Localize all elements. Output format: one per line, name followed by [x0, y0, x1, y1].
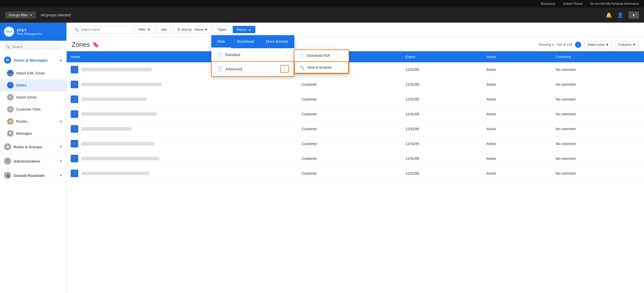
administration-header[interactable]: 🔧 Administration ▼: [0, 154, 66, 168]
administration-label: Administration: [14, 159, 40, 163]
table-row[interactable]: 📍 Customer12/31/85ActiveNo comment: [67, 92, 644, 107]
sub-dropdown-view-in-browser[interactable]: 🔍 View in browser: [294, 61, 349, 73]
zone-pin-icon: 📍: [71, 155, 78, 162]
geotab-roadside-header[interactable]: 🔌 Geotab Roadside ▼: [0, 168, 66, 182]
columns-chevron-icon: ▼: [632, 43, 636, 46]
comment-cell: No comment: [552, 77, 644, 92]
rules-groups-label: Rules & Groups: [14, 145, 42, 149]
active-cell: Active: [482, 92, 551, 107]
report-tab-web[interactable]: Web: [211, 35, 231, 48]
rules-groups-icon: ⚙: [4, 143, 11, 150]
sort-button[interactable]: ☰ Sort by: Name ▼: [174, 26, 211, 33]
view-in-browser-icon: 🔍: [300, 65, 304, 69]
table-row[interactable]: 📍 Customer12/31/85ActiveNo comment: [67, 77, 644, 92]
user-profile-icon[interactable]: 👤: [617, 12, 623, 18]
table-container: Name Zone Type Expiry Active Comment 📍 C…: [67, 51, 644, 293]
active-cell: Active: [482, 77, 551, 92]
report-section-advanced[interactable]: 📄 Advanced ⋮ 📄 Download PDF 🔍 View in br…: [211, 61, 294, 77]
zone-type-cell: Customer: [298, 151, 401, 166]
sidebar-item-customer-visits[interactable]: 👁 Customer Visits: [0, 103, 66, 115]
filter-button[interactable]: Filter ▼: [135, 26, 154, 33]
table-row[interactable]: 📍 Customer12/31/85ActiveNo comment: [67, 122, 644, 136]
report-tab-download[interactable]: Download: [231, 35, 260, 48]
comment-cell: No comment: [552, 151, 644, 166]
expiry-cell: 12/31/85: [401, 166, 482, 181]
table-row[interactable]: 📍 Customer12/31/85ActiveNo comment: [67, 136, 644, 151]
zone-pin-icon: 📍: [71, 140, 78, 148]
col-comment[interactable]: Comment: [552, 51, 644, 62]
table-row[interactable]: 📍 Customer12/31/85ActiveNo comment: [67, 151, 644, 166]
report-label: Report: [237, 28, 247, 31]
zone-pin-icon: 📍: [71, 95, 78, 103]
advanced-doc-icon: 📄: [217, 66, 222, 72]
sub-dropdown-download-pdf[interactable]: 📄 Download PDF: [294, 50, 349, 61]
report-tab-more-formats[interactable]: More formats: [260, 35, 294, 48]
active-cell: Active: [482, 151, 551, 166]
zones-messages-label: Zones & Messages: [14, 58, 48, 62]
expiry-cell: 12/31/85: [401, 151, 482, 166]
sidebar-item-zones[interactable]: 📍 Zones: [0, 79, 66, 91]
col-active[interactable]: Active: [482, 51, 551, 62]
report-chevron-icon: ▲: [248, 28, 251, 31]
search-input[interactable]: [81, 28, 129, 31]
name-cell: 📍: [67, 122, 298, 136]
report-dropdown: Web Download More formats 📄 Standard ⋮ 📄…: [211, 35, 294, 77]
sort-field-label: Name: [195, 28, 204, 31]
expiry-cell: 12/31/85: [401, 136, 482, 151]
report-dropdown-body: 📄 Standard ⋮ 📄 Advanced ⋮ 📄 Download PDF…: [211, 48, 294, 77]
report-section-standard[interactable]: 📄 Standard ⋮: [211, 48, 294, 61]
standard-dots-icon[interactable]: ⋮: [285, 52, 289, 57]
routes-icon: 🔀: [7, 118, 14, 125]
page-title-area: Zones 🔖 Showing 1 - 148 of 148 1 Select …: [67, 37, 644, 51]
do-not-sell-link[interactable]: Do Not Sell My Personal Information: [590, 2, 639, 6]
sidebar-item-routes[interactable]: 🔀 Routes... ▶: [0, 115, 66, 127]
submit-tickets-link[interactable]: Submit Tickets: [563, 2, 583, 6]
import-zones-icon: ⬆: [7, 94, 14, 101]
sidebar-search-inner: 🔍: [3, 43, 63, 50]
comment-cell: No comment: [552, 92, 644, 107]
zones-messages-header[interactable]: ✉ Zones & Messages ▲: [0, 53, 66, 67]
zones-messages-chevron-icon: ▲: [59, 58, 62, 62]
sidebar-search-area: 🔍: [0, 41, 66, 53]
table-row[interactable]: 📍 Customer12/31/85ActiveNo comment: [67, 107, 644, 122]
columns-label: Columns: [619, 43, 631, 46]
zone-type-cell: Customer: [298, 122, 401, 136]
advanced-dots-icon[interactable]: ⋮: [280, 65, 289, 73]
rules-groups-chevron-icon: ▼: [59, 145, 62, 149]
filter-label: Filter: [138, 28, 146, 31]
sidebar-item-import-kml[interactable]: 📥 Import KML Zones: [0, 67, 66, 79]
user-dropdown-button[interactable]: ▼: [628, 12, 639, 19]
sidebar-item-import-zones[interactable]: ⬆ Import Zones: [0, 91, 66, 103]
sidebar: AT&T AT&T Fleet Management 🔍 ✉ Zones & M…: [0, 23, 67, 293]
comment-cell: No comment: [552, 136, 644, 151]
table-row[interactable]: 📍 Customer12/31/85ActiveNo comment: [67, 62, 644, 77]
rules-groups-header[interactable]: ⚙ Rules & Groups ▼: [0, 140, 66, 154]
expiry-cell: 12/31/85: [401, 77, 482, 92]
sidebar-search-input[interactable]: [12, 45, 60, 49]
groups-bar: Groups filter ▼ All groups selected 🔔 👤 …: [0, 8, 644, 23]
report-button[interactable]: Report ▲: [233, 26, 255, 33]
add-button[interactable]: Add: [157, 26, 171, 33]
notification-bell-icon[interactable]: 🔔: [606, 12, 612, 18]
select-none-button[interactable]: Select none ▼: [584, 41, 612, 48]
types-button[interactable]: Types: [214, 26, 230, 33]
resources-link[interactable]: Resources: [541, 2, 555, 6]
groups-filter-button[interactable]: Groups filter ▼: [5, 12, 36, 19]
zone-pin-icon: 📍: [71, 110, 78, 118]
active-cell: Active: [482, 136, 551, 151]
sort-icon: ☰: [177, 28, 180, 31]
name-cell: 📍: [67, 151, 298, 166]
zones-messages-icon: ✉: [4, 57, 11, 64]
sidebar-item-messages[interactable]: 💬 Messages: [0, 127, 66, 139]
zone-type-cell: Customer: [298, 136, 401, 151]
bookmark-icon[interactable]: 🔖: [92, 41, 99, 48]
columns-button[interactable]: Columns ▼: [615, 41, 639, 48]
groups-filter-label: Groups filter: [9, 13, 28, 17]
administration-icon: 🔧: [4, 158, 11, 165]
sidebar-section-rules-groups: ⚙ Rules & Groups ▼: [0, 140, 66, 154]
routes-arrow-icon: ▶: [60, 120, 62, 123]
table-row[interactable]: 📍 Customer12/31/85ActiveNo comment: [67, 166, 644, 181]
active-cell: Active: [482, 62, 551, 77]
col-expiry[interactable]: Expiry: [401, 51, 482, 62]
messages-icon: 💬: [7, 130, 14, 137]
